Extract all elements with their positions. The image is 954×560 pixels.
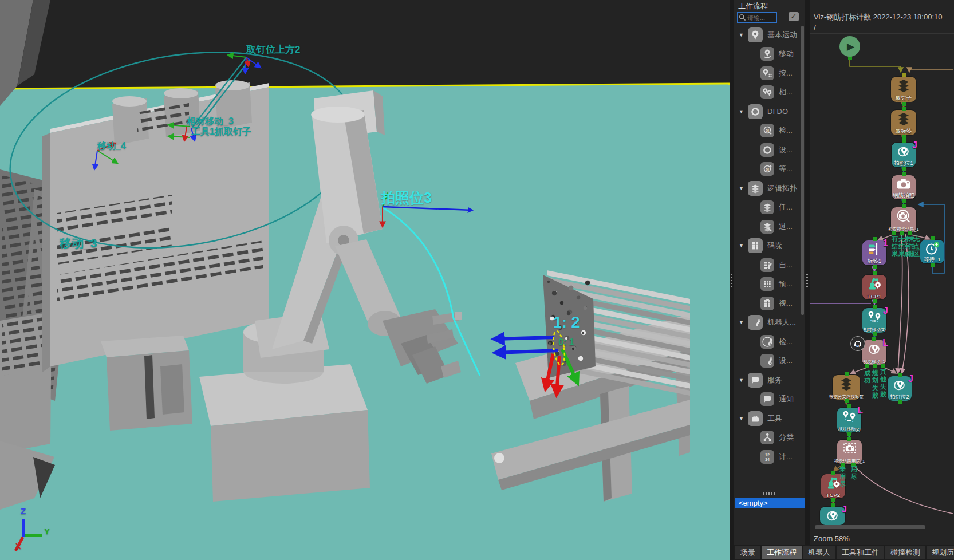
node-port[interactable]	[873, 237, 877, 241]
splitter-grip[interactable]	[806, 274, 808, 287]
chevron-expanded-icon[interactable]: ▼	[739, 416, 747, 421]
palette-group-2[interactable]: ▼逻辑拓扑	[734, 179, 802, 198]
chevron-expanded-icon[interactable]: ▼	[739, 320, 747, 325]
palette-group-5[interactable]: ▼服务	[734, 370, 802, 390]
workflow-node-label-1[interactable]: 标签11	[862, 240, 886, 265]
tree-resize-grip[interactable]	[763, 492, 776, 495]
node-port[interactable]	[931, 263, 935, 267]
palette-item-3-2[interactable]: 视...	[734, 294, 802, 313]
palette-group-3[interactable]: ▼码垛	[734, 236, 802, 256]
node-port[interactable]	[898, 400, 902, 404]
workflow-node-move-end[interactable]: J	[820, 507, 845, 525]
node-port[interactable]	[902, 199, 906, 203]
workflow-node-pick-nail[interactable]: 取钉子	[891, 77, 916, 102]
3d-viewport[interactable]: 取钉位上方2相对移动_3工具1抓取钉子移动_4移动_3拍照位31: 20: 1Z…	[0, 0, 730, 560]
node-port[interactable]	[847, 432, 851, 436]
workflow-node-tcp1[interactable]: TCP1	[862, 275, 886, 299]
workflow-node-vision-exhausted[interactable]: 视觉结果用尽_1	[837, 440, 862, 464]
chevron-expanded-icon[interactable]: ▼	[739, 109, 747, 115]
workflow-node-photo-nail-2[interactable]: 拍钉位2J	[888, 376, 912, 401]
node-port[interactable]	[898, 373, 902, 377]
palette-item-2-1[interactable]: 退...	[734, 217, 802, 236]
graph-horizontal-scrollbar[interactable]	[815, 525, 925, 529]
workflow-node-rel-move-2[interactable]: 相对移动(2)L	[837, 408, 861, 432]
node-port[interactable]	[873, 364, 877, 368]
workflow-node-check-vision-result[interactable]: 检查视觉结果_1	[891, 207, 916, 232]
search-box[interactable]	[737, 12, 777, 23]
bottom-tab-3[interactable]: 工具和工件	[837, 546, 884, 559]
node-port[interactable]	[902, 102, 906, 106]
node-port[interactable]	[847, 437, 851, 441]
node-port[interactable]	[873, 299, 877, 303]
bottom-tab-0[interactable]: 场景	[735, 546, 760, 559]
filter-checkbox[interactable]: ✓	[789, 12, 799, 21]
palette-group-1[interactable]: ▼DI DO	[734, 102, 802, 121]
palette-group-4[interactable]: ▼机器人...	[734, 313, 802, 333]
node-port[interactable]	[873, 332, 877, 336]
node-port[interactable]	[831, 498, 835, 502]
node-port[interactable]	[831, 503, 835, 507]
chevron-expanded-icon[interactable]: ▼	[739, 186, 747, 191]
palette-item-3-0[interactable]: 自...	[734, 255, 802, 275]
node-port[interactable]	[892, 231, 896, 235]
workflow-node-rebar-photo[interactable]: 钢筋拍照	[892, 175, 916, 199]
search-input[interactable]	[747, 14, 772, 21]
workflow-node-wait-1[interactable]: 等待_1	[920, 240, 944, 263]
palette-item-1-0[interactable]: DI检...	[734, 121, 802, 141]
palette-group-6[interactable]: ▼工具	[734, 409, 802, 428]
palette-item-6-0[interactable]: 分类	[734, 428, 802, 448]
node-port[interactable]	[845, 399, 849, 403]
chevron-expanded-icon[interactable]: ▼	[739, 243, 747, 249]
node-port[interactable]	[902, 135, 906, 139]
bottom-tab-4[interactable]: 碰撞检测	[885, 546, 925, 559]
bottom-tab-5[interactable]: 规划历史	[927, 546, 954, 559]
palette-item-1-1[interactable]: 设...	[734, 140, 802, 160]
splitter-grip[interactable]	[731, 274, 732, 287]
node-port[interactable]	[851, 463, 856, 467]
empty-selection-bar[interactable]: <empty>	[735, 498, 805, 508]
node-port[interactable]	[902, 204, 906, 208]
bottom-tab-2[interactable]: 机器人	[803, 546, 835, 559]
palette-item-6-1[interactable]: 1234计...	[734, 447, 802, 467]
node-port[interactable]	[931, 236, 935, 240]
tree-scrollbar[interactable]	[801, 26, 804, 315]
palette-item-0-0[interactable]: 移动	[734, 45, 802, 64]
workflow-node-photo-pos-1[interactable]: 拍照位1J	[892, 143, 916, 167]
palette-item-0-1[interactable]: 按...	[734, 64, 802, 83]
node-port[interactable]	[872, 337, 876, 341]
palette-item-3-1[interactable]: 预...	[734, 275, 802, 294]
node-port[interactable]	[873, 271, 877, 275]
workflow-node-tcp2[interactable]: TCP2	[821, 474, 845, 498]
chevron-expanded-icon[interactable]: ▼	[739, 32, 747, 38]
palette-item-4-1[interactable]: 设...	[734, 352, 802, 371]
chevron-expanded-icon[interactable]: ▼	[739, 377, 747, 383]
palette-item-2-0[interactable]: 任...	[734, 198, 802, 218]
palette-item-0-2[interactable]: 相...	[734, 83, 802, 102]
node-port[interactable]	[873, 305, 877, 309]
workflow-node-branch-weld-label[interactable]: 根据分支焊接标签	[833, 375, 860, 400]
node-port[interactable]	[873, 265, 877, 269]
node-port[interactable]	[841, 463, 845, 467]
node-port[interactable]	[902, 139, 906, 143]
node-port[interactable]	[902, 167, 906, 171]
bottom-tab-1[interactable]: 工作流程	[762, 546, 802, 559]
palette-item-4-0[interactable]: 检...	[734, 332, 802, 352]
node-port[interactable]	[900, 231, 904, 235]
palette-item-5-0[interactable]: 通知	[734, 390, 802, 409]
node-port[interactable]	[845, 372, 849, 376]
node-port[interactable]	[881, 364, 885, 368]
node-port[interactable]	[902, 107, 906, 111]
node-port[interactable]	[865, 364, 869, 368]
splitter-tree-graph[interactable]	[805, 0, 810, 560]
node-port[interactable]	[902, 172, 906, 176]
run-workflow-button[interactable]: ▶	[839, 36, 860, 57]
workflow-node-vision-move-1[interactable]: 视觉移动_1L	[862, 340, 886, 365]
node-port[interactable]	[902, 73, 906, 77]
node-port[interactable]	[847, 404, 851, 408]
node-port[interactable]	[908, 231, 912, 235]
workflow-node-pick-label[interactable]: 取标签	[891, 110, 916, 135]
node-port[interactable]	[831, 471, 835, 475]
workflow-node-rel-move-1[interactable]: 相对移动(1)J	[862, 308, 886, 333]
palette-group-0[interactable]: ▼基本运动	[734, 25, 802, 45]
palette-item-1-2[interactable]: DI等...	[734, 160, 802, 179]
